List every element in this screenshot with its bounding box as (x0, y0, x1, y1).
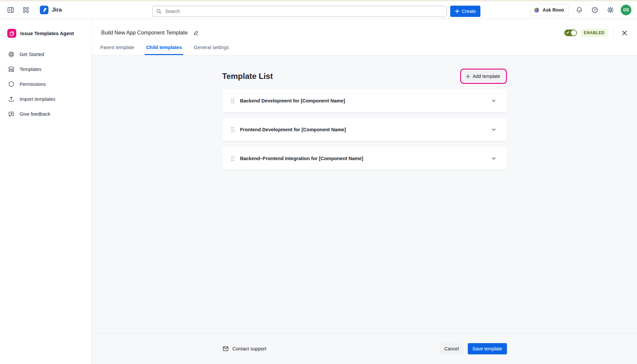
shield-icon (8, 81, 15, 88)
contact-support-link[interactable]: Contact support (222, 345, 266, 352)
tab-general-settings[interactable]: General settings (192, 45, 230, 55)
toggle-knob (571, 30, 576, 35)
jira-home-link[interactable]: Jira (40, 6, 62, 14)
global-search (152, 6, 447, 17)
app-grid-icon (23, 7, 29, 13)
sidebar-item-templates[interactable]: Templates (0, 62, 92, 77)
template-row[interactable]: Backend Development for [Component Name] (222, 90, 507, 112)
ask-rovo-label: Ask Rovo (542, 7, 564, 13)
chevron-down-icon (491, 155, 497, 161)
pencil-icon (193, 30, 199, 36)
close-icon (622, 30, 627, 36)
expand-template-button[interactable] (489, 154, 498, 163)
expand-sidebar-button[interactable] (5, 5, 16, 15)
sidebar-item-label: Import templates (20, 96, 55, 102)
sidebar-item-give-feedback[interactable]: Give feedback (0, 106, 92, 121)
top-navigation-bar: Jira Create (0, 1, 637, 19)
template-row[interactable]: Frontend Development for [Component Name… (222, 118, 507, 141)
lifebuoy-icon (8, 51, 15, 58)
create-button-label: Create (462, 9, 476, 14)
sidebar-nav: Get Started Templates Permissions (0, 47, 92, 121)
template-editor-header: Build New App Component Template ENABLED (92, 19, 637, 55)
sidebar-item-get-started[interactable]: Get Started (0, 47, 92, 62)
child-templates-content: Template List Add template (92, 56, 637, 333)
enabled-toggle[interactable] (564, 30, 577, 36)
chevron-down-icon (491, 127, 497, 133)
settings-button[interactable] (605, 5, 616, 15)
app-sidebar: Issue Templates Agent Get Started (0, 19, 92, 364)
drag-handle-icon[interactable] (230, 155, 235, 162)
app-name: Jira (52, 7, 62, 13)
jira-logo-icon (40, 6, 48, 14)
mail-icon (222, 345, 229, 352)
sidebar-item-import-templates[interactable]: Import templates (0, 91, 92, 106)
issue-templates-agent-icon (7, 29, 16, 38)
add-template-button[interactable]: Add template (462, 71, 505, 82)
expand-template-button[interactable] (489, 96, 498, 105)
page-title: Build New App Component Template (101, 30, 187, 36)
add-template-label: Add template (473, 74, 500, 79)
template-title: Backend–Frontend Integration for [Compon… (240, 156, 489, 161)
plus-icon (455, 9, 460, 14)
search-icon (156, 8, 162, 14)
svg-text:?: ? (594, 8, 596, 12)
help-button[interactable]: ? (590, 5, 600, 15)
editor-footer: Contact support Cancel Save template (92, 333, 637, 364)
sidebar-item-label: Get Started (20, 52, 44, 57)
contact-support-label: Contact support (233, 346, 266, 351)
create-button[interactable]: Create (450, 6, 480, 17)
template-row[interactable]: Backend–Frontend Integration for [Compon… (222, 147, 507, 170)
bell-icon (576, 6, 583, 14)
sidebar-item-permissions[interactable]: Permissions (0, 77, 92, 91)
feedback-icon (8, 111, 15, 117)
expand-template-button[interactable] (489, 125, 498, 134)
search-input[interactable] (152, 6, 447, 17)
plus-icon (465, 74, 470, 79)
tab-parent-template[interactable]: Parent template (99, 45, 135, 55)
edit-title-button[interactable] (191, 29, 200, 37)
check-icon (566, 30, 570, 34)
add-template-highlight-ring: Add template (460, 69, 507, 84)
template-title: Backend Development for [Component Name] (240, 98, 489, 103)
section-title: Template List (222, 72, 273, 81)
drag-handle-icon[interactable] (230, 97, 235, 104)
sidebar-item-label: Templates (20, 67, 41, 72)
templates-icon (8, 66, 15, 73)
gear-icon (607, 6, 614, 14)
drag-handle-icon[interactable] (230, 126, 235, 133)
save-template-button[interactable]: Save template (468, 343, 507, 354)
rovo-icon (533, 7, 540, 13)
tab-child-templates[interactable]: Child templates (145, 45, 183, 55)
upload-icon (8, 96, 15, 102)
notifications-button[interactable] (574, 5, 585, 15)
help-icon: ? (591, 6, 599, 14)
sidebar-item-label: Give feedback (20, 111, 50, 117)
main-panel: Build New App Component Template ENABLED (92, 19, 637, 364)
app-switcher-button[interactable] (21, 5, 31, 15)
close-button[interactable] (620, 28, 629, 37)
user-avatar[interactable]: OS (621, 5, 631, 15)
tab-bar: Parent template Child templates General … (99, 45, 230, 55)
sidebar-item-label: Permissions (20, 82, 46, 87)
status-badge: ENABLED (581, 29, 607, 37)
template-title: Frontend Development for [Component Name… (240, 127, 489, 132)
chevron-down-icon (491, 98, 497, 104)
sidebar-app-header[interactable]: Issue Templates Agent (0, 19, 92, 38)
header-divider (613, 28, 614, 37)
cancel-button[interactable]: Cancel (440, 343, 463, 354)
ask-rovo-button[interactable]: Ask Rovo (530, 4, 569, 16)
expand-sidebar-icon (7, 6, 14, 14)
sidebar-app-title: Issue Templates Agent (20, 30, 74, 36)
